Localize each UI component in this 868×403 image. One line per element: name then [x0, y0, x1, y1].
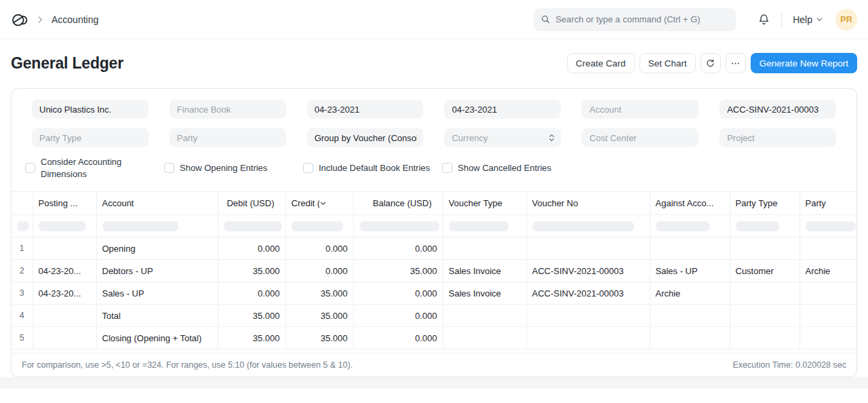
column-header-voucher-no[interactable]: Voucher No: [526, 192, 650, 215]
report-card: Group by Voucher (Consol Currency Consid…: [11, 88, 857, 377]
column-header-against-account[interactable]: Against Acco...: [650, 192, 730, 215]
voucher-no-link[interactable]: ACC-SINV-2021-00003: [526, 260, 650, 282]
table-header-row: Posting ... Account Debit (USD) Credit (…: [12, 192, 856, 215]
account-filter[interactable]: [582, 100, 698, 119]
page-title: General Ledger: [11, 54, 123, 73]
column-filter-cell[interactable]: [285, 215, 353, 237]
up-down-chevrons-icon: [549, 133, 555, 142]
set-chart-button[interactable]: Set Chart: [639, 53, 696, 73]
column-filter-cell[interactable]: [730, 215, 800, 237]
checkbox-include-default-book-entries[interactable]: Include Default Book Entries: [303, 156, 442, 180]
voucher-no-filter[interactable]: [719, 100, 836, 119]
user-avatar[interactable]: PR: [835, 9, 857, 31]
finance-book-filter[interactable]: [170, 100, 286, 119]
checkbox-show-cancelled-entries[interactable]: Show Cancelled Entries: [442, 156, 581, 180]
cost-center-filter[interactable]: [582, 128, 698, 147]
column-filter-row: [12, 215, 856, 237]
chevron-right-icon: [35, 15, 45, 24]
checkbox-icon: [164, 163, 174, 173]
column-header-posting-date[interactable]: Posting ...: [33, 192, 96, 215]
filter-section: Group by Voucher (Consol Currency: [12, 89, 856, 147]
table-row: 4 Total 35.000 35.000 0.000: [12, 305, 856, 327]
more-menu-button[interactable]: [726, 53, 746, 73]
create-card-button[interactable]: Create Card: [567, 53, 635, 73]
ellipsis-icon: [730, 58, 741, 69]
group-by-select[interactable]: Group by Voucher (Consol: [307, 128, 424, 147]
party-filter[interactable]: [170, 128, 286, 147]
page-background: [0, 377, 868, 389]
column-header-debit[interactable]: Debit (USD): [218, 192, 285, 215]
column-filter-cell[interactable]: [650, 215, 730, 237]
search-input[interactable]: [555, 14, 729, 24]
column-header-party[interactable]: Party: [800, 192, 856, 215]
index-column-header: [12, 192, 33, 215]
navbar: Accounting Help: [0, 0, 868, 39]
company-filter[interactable]: [32, 100, 149, 119]
comparison-hint: For comparison, use >5, <10 or =324. For…: [22, 360, 353, 370]
table-row: 5 Closing (Opening + Total) 35.000 35.00…: [12, 327, 856, 349]
column-header-voucher-type[interactable]: Voucher Type: [443, 192, 526, 215]
to-date-filter[interactable]: [444, 100, 561, 119]
column-filter-cell[interactable]: [33, 215, 96, 237]
table-row: 1 Opening 0.000 0.000 0.000: [12, 237, 856, 260]
search-icon: [540, 14, 551, 24]
checkbox-icon: [442, 163, 452, 173]
column-filter-cell[interactable]: [526, 215, 650, 237]
app-logo[interactable]: [11, 11, 28, 28]
column-filter-cell[interactable]: [353, 215, 443, 237]
currency-select[interactable]: Currency: [444, 128, 561, 147]
checkbox-icon: [303, 163, 313, 173]
party-type-filter[interactable]: [32, 128, 149, 147]
bell-icon: [757, 13, 770, 26]
help-label: Help: [793, 14, 812, 25]
column-header-party-type[interactable]: Party Type: [730, 192, 800, 215]
execution-time: Execution Time: 0.020028 sec: [733, 360, 846, 370]
checkbox-show-opening-entries[interactable]: Show Opening Entries: [164, 156, 303, 180]
voucher-no-link[interactable]: ACC-SINV-2021-00003: [526, 282, 650, 305]
page-header: General Ledger Create Card Set Chart Gen…: [0, 39, 868, 88]
report-footer: For comparison, use >5, <10 or =324. For…: [12, 353, 856, 377]
report-table: Posting ... Account Debit (USD) Credit (…: [12, 191, 856, 349]
refresh-button[interactable]: [701, 53, 721, 73]
column-header-balance[interactable]: Balance (USD): [353, 192, 443, 215]
checkbox-consider-accounting-dimensions[interactable]: Consider Accounting Dimensions: [25, 156, 164, 180]
project-filter[interactable]: [719, 128, 836, 147]
help-menu[interactable]: Help: [793, 14, 823, 25]
column-filter-cell[interactable]: [96, 215, 218, 237]
global-search[interactable]: [534, 8, 736, 31]
column-header-credit[interactable]: Credit (US.: [285, 192, 353, 215]
generate-new-report-button[interactable]: Generate New Report: [751, 53, 857, 73]
column-filter-cell[interactable]: [12, 215, 33, 237]
checkbox-icon: [25, 163, 35, 173]
refresh-icon: [705, 58, 715, 69]
sort-chevron-down-icon: [319, 199, 348, 207]
frappe-cloud-logo-icon: [11, 11, 28, 28]
column-filter-cell[interactable]: [800, 215, 856, 237]
column-filter-cell[interactable]: [218, 215, 285, 237]
column-filter-cell[interactable]: [443, 215, 526, 237]
column-header-account[interactable]: Account: [96, 192, 218, 215]
table-row: 2 04-23-20... Debtors - UP 35.000 0.000 …: [12, 260, 856, 282]
breadcrumb[interactable]: Accounting: [52, 14, 98, 25]
navbar-divider: [781, 12, 782, 27]
from-date-filter[interactable]: [307, 100, 424, 119]
notifications-button[interactable]: [757, 13, 770, 26]
filter-checkboxes: Consider Accounting Dimensions Show Open…: [12, 147, 856, 191]
chevron-down-icon: [816, 16, 823, 23]
table-row: 3 04-23-20... Sales - UP 0.000 35.000 0.…: [12, 282, 856, 305]
